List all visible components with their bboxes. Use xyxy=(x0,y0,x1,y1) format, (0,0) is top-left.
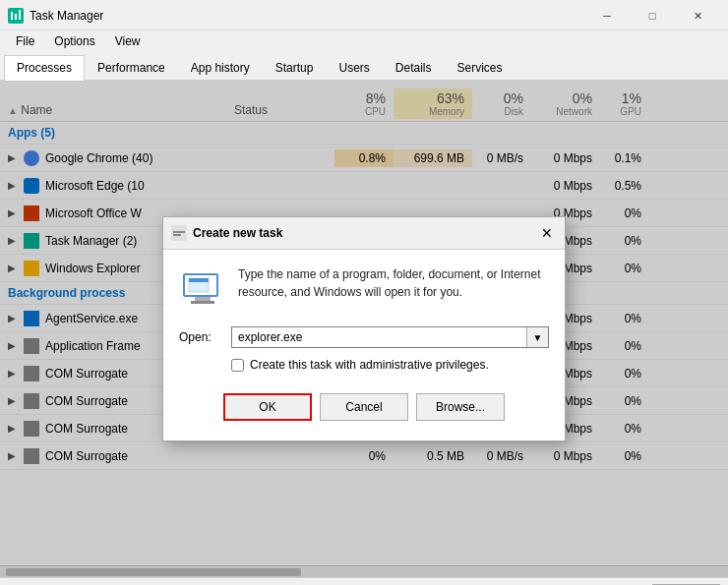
maximize-button[interactable]: □ xyxy=(630,6,675,26)
dialog-open-label: Open: xyxy=(179,330,223,344)
app-icon xyxy=(8,8,24,24)
tab-startup[interactable]: Startup xyxy=(263,55,327,80)
dialog-title-text: Create new task xyxy=(193,226,282,240)
minimize-button[interactable]: ─ xyxy=(584,6,630,26)
dialog-title-bar: Create new task ✕ xyxy=(163,217,565,250)
cancel-button[interactable]: Cancel xyxy=(320,393,408,421)
admin-privileges-label: Create this task with administrative pri… xyxy=(250,358,489,372)
ok-button[interactable]: OK xyxy=(223,393,312,421)
dialog-input-field[interactable] xyxy=(232,327,526,347)
tab-bar: Processes Performance App history Startu… xyxy=(0,52,728,81)
title-bar: Task Manager ─ □ ✕ xyxy=(0,0,728,30)
svg-rect-3 xyxy=(19,10,21,20)
dialog-input-combo: ▼ xyxy=(231,326,549,348)
tab-services[interactable]: Services xyxy=(445,55,516,80)
tab-details[interactable]: Details xyxy=(383,55,445,80)
create-task-dialog: Create new task ✕ xyxy=(162,216,566,441)
svg-rect-10 xyxy=(191,301,214,304)
menu-view[interactable]: View xyxy=(107,32,149,50)
dialog-body: Type the name of a program, folder, docu… xyxy=(163,250,565,440)
dialog-main-icon xyxy=(179,265,226,313)
tab-performance[interactable]: Performance xyxy=(85,55,178,80)
window-title: Task Manager xyxy=(30,9,103,23)
svg-rect-12 xyxy=(189,278,209,282)
svg-rect-6 xyxy=(173,234,181,236)
menu-options[interactable]: Options xyxy=(46,32,102,50)
browse-button[interactable]: Browse... xyxy=(416,393,505,421)
admin-privileges-checkbox[interactable] xyxy=(231,359,244,372)
menu-bar: File Options View xyxy=(0,30,728,52)
close-button[interactable]: ✕ xyxy=(675,6,720,26)
svg-rect-1 xyxy=(11,12,13,20)
svg-rect-2 xyxy=(15,14,17,20)
menu-file[interactable]: File xyxy=(8,32,42,50)
svg-rect-13 xyxy=(209,279,211,281)
tab-users[interactable]: Users xyxy=(326,55,382,80)
dialog-icon-area xyxy=(179,265,226,313)
tab-processes[interactable]: Processes xyxy=(4,55,85,81)
window-controls: ─ □ ✕ xyxy=(584,6,720,26)
dialog-buttons: OK Cancel Browse... xyxy=(179,387,549,431)
dialog-close-button[interactable]: ✕ xyxy=(537,223,557,243)
tab-app-history[interactable]: App history xyxy=(178,55,263,80)
modal-overlay: Create new task ✕ xyxy=(0,81,728,577)
main-content: ▲ Name Status 8% CPU 63% Memory 0% Disk … xyxy=(0,81,728,577)
dialog-icon-small xyxy=(171,225,187,241)
dialog-dropdown-button[interactable]: ▼ xyxy=(526,327,548,347)
dialog-open-row: Open: ▼ xyxy=(179,326,549,348)
dialog-checkbox-row: Create this task with administrative pri… xyxy=(179,358,549,372)
svg-rect-9 xyxy=(195,297,211,301)
svg-rect-5 xyxy=(173,231,185,233)
dialog-description: Type the name of a program, folder, docu… xyxy=(238,265,549,313)
bottom-bar: ▲ Fewer details Restart xyxy=(0,577,728,585)
